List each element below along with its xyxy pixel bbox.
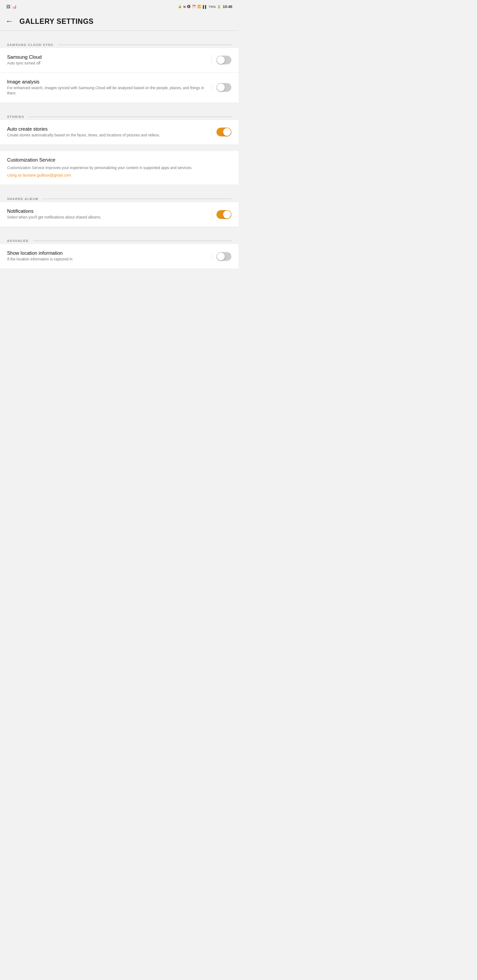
customization-service-title: Customization Service	[7, 157, 55, 162]
gap-customization	[0, 145, 238, 151]
auto-create-stories-toggle-wrap	[212, 128, 231, 136]
section-stories: STORIES	[0, 109, 238, 120]
samsung-cloud-toggle-wrap	[212, 56, 231, 64]
section-label-shared-album: SHARED ALBUM	[7, 197, 231, 200]
samsung-cloud-title: Samsung Cloud	[7, 54, 206, 60]
setting-auto-create-stories: Auto create stories Create stories autom…	[0, 120, 238, 145]
back-button[interactable]: ←	[5, 17, 13, 26]
samsung-cloud-desc: Auto sync turned off	[7, 61, 206, 66]
show-location-content: Show location information If the locatio…	[7, 250, 212, 262]
samsung-cloud-content: Samsung Cloud Auto sync turned off	[7, 54, 212, 66]
section-samsung-cloud-sync: SAMSUNG CLOUD SYNC	[0, 37, 238, 48]
section-advanced: ADVANCED	[0, 233, 238, 244]
page-header: ← GALLERY SETTINGS	[0, 12, 238, 31]
image-analysis-desc: For enhanced search, images synced with …	[7, 86, 206, 96]
mute-icon: 🔇	[187, 5, 191, 8]
setting-show-location: Show location information If the locatio…	[0, 244, 238, 268]
show-location-toggle-wrap	[212, 252, 231, 261]
notifications-toggle-wrap	[212, 210, 231, 219]
notifications-toggle[interactable]	[216, 210, 231, 219]
battery-icon: 🔋	[217, 5, 221, 9]
n-icon: N	[183, 5, 186, 8]
setting-image-analysis: Image analysis For enhanced search, imag…	[0, 73, 238, 103]
notifications-content: Notifications Select when you'll get not…	[7, 208, 212, 220]
auto-create-stories-toggle[interactable]	[216, 128, 231, 136]
setting-customization-service: Customization Service Customization Serv…	[0, 151, 238, 185]
auto-create-stories-title: Auto create stories	[7, 126, 206, 132]
section-label-stories: STORIES	[7, 115, 231, 118]
image-icon: 🖼	[6, 4, 10, 9]
notifications-toggle-knob	[223, 211, 231, 219]
gap-shared-album	[0, 185, 238, 191]
status-right-icons: 🔒 N 🔇 ⏰ 📶 ▌▌ 79% 🔋 10:46	[178, 4, 232, 9]
wifi-icon: 📶	[197, 5, 201, 8]
customization-service-desc: Customization Service improves your expe…	[7, 166, 193, 171]
page-title: GALLERY SETTINGS	[19, 18, 94, 26]
notifications-desc: Select when you'll get notifications abo…	[7, 215, 206, 220]
clock: 10:46	[223, 4, 232, 9]
gap-stories	[0, 103, 238, 109]
show-location-toggle[interactable]	[216, 252, 231, 261]
auto-create-stories-toggle-knob	[223, 128, 231, 136]
customization-service-email[interactable]: Using as lauriane.guilloux@gmail.com	[7, 173, 71, 178]
status-left-icons: 🖼 📊	[6, 4, 17, 9]
image-analysis-content: Image analysis For enhanced search, imag…	[7, 79, 212, 96]
lock-icon: 🔒	[178, 5, 182, 8]
show-location-toggle-knob	[217, 253, 225, 260]
alarm-icon: ⏰	[192, 5, 196, 8]
gap-top	[0, 31, 238, 37]
notifications-title: Notifications	[7, 208, 206, 214]
section-label-samsung-cloud-sync: SAMSUNG CLOUD SYNC	[7, 43, 231, 46]
show-location-title: Show location information	[7, 250, 206, 256]
auto-create-stories-desc: Create stories automatically based on th…	[7, 133, 206, 138]
setting-samsung-cloud: Samsung Cloud Auto sync turned off	[0, 48, 238, 73]
gap-advanced	[0, 227, 238, 233]
auto-create-stories-content: Auto create stories Create stories autom…	[7, 126, 212, 138]
image-analysis-toggle-wrap	[212, 83, 231, 92]
status-bar: 🖼 📊 🔒 N 🔇 ⏰ 📶 ▌▌ 79% 🔋 10:46	[0, 0, 238, 12]
battery-percentage: 79%	[208, 5, 216, 9]
samsung-cloud-toggle[interactable]	[216, 56, 231, 64]
section-shared-album: SHARED ALBUM	[0, 191, 238, 202]
samsung-cloud-toggle-knob	[217, 56, 225, 64]
image-analysis-toggle-knob	[217, 83, 225, 91]
setting-notifications: Notifications Select when you'll get not…	[0, 202, 238, 227]
section-label-advanced: ADVANCED	[7, 239, 231, 242]
signal-icon: ▌▌	[203, 5, 207, 8]
image-analysis-title: Image analysis	[7, 79, 206, 84]
chart-icon: 📊	[12, 4, 17, 9]
image-analysis-toggle[interactable]	[216, 83, 231, 92]
show-location-desc: If the location information is captured …	[7, 257, 206, 262]
